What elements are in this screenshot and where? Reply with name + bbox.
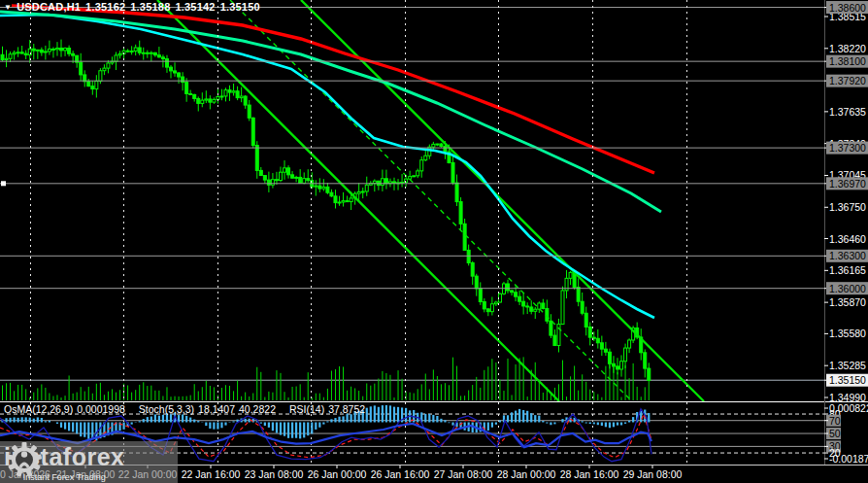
time-tick: 29 Jan 08:00 <box>623 468 683 480</box>
stoch-main-value: 18.1407 <box>198 403 235 415</box>
ohlc-low: 1.35142 <box>175 1 215 13</box>
time-tick: 26 Jan 16:00 <box>371 468 430 480</box>
time-tick: 23 Jan 08:00 <box>245 468 304 480</box>
price-tick-1.35150: 1.35150 <box>829 374 866 386</box>
ohlc-close: 1.35150 <box>220 1 260 13</box>
time-tick: 28 Jan 16:00 <box>560 468 619 480</box>
symbol-period-label: USDCAD,H1 <box>17 1 81 13</box>
price-tick-1.36460: 1.36460 <box>829 233 866 245</box>
time-tick: 26 Jan 00:00 <box>308 468 367 480</box>
time-tick: 22 Jan 16:00 <box>182 468 241 480</box>
price-tick-1.36165: 1.36165 <box>829 264 866 276</box>
ohlc-high: 1.35188 <box>130 1 170 13</box>
price-tick-1.36750: 1.36750 <box>829 201 866 213</box>
rsi-label: RSI(14) <box>289 403 324 415</box>
price-tick-1.38600: 1.38600 <box>829 2 866 14</box>
line-anchor-handle[interactable] <box>1 181 6 186</box>
mt4-chart-window: 1.385151.382201.376351.373401.370451.367… <box>0 0 868 483</box>
price-tick-1.38100: 1.38100 <box>829 55 866 67</box>
chart-title: ▼USDCAD,H11.351621.351881.351421.35150 <box>4 1 265 13</box>
watermark: instaforex Instant Forex Trading <box>0 441 178 483</box>
stoch-signal-value: 40.2822 <box>239 403 276 415</box>
indicator-tick-50: 50 <box>829 428 841 439</box>
ohlc-open: 1.35162 <box>85 1 125 13</box>
time-tick: 27 Jan 08:00 <box>434 468 493 480</box>
price-tick-1.37635: 1.37635 <box>829 106 866 118</box>
price-tick-1.36000: 1.36000 <box>829 283 866 294</box>
price-tick-1.35870: 1.35870 <box>829 296 866 308</box>
indicator-values-header: OsMA(12,26,9)0.0001998Stoch(5,3,3)18.140… <box>4 403 369 415</box>
osma-label: OsMA(12,26,9) <box>4 403 73 415</box>
indicator-tick-70: 70 <box>829 415 841 427</box>
price-tick-1.37920: 1.37920 <box>829 75 866 86</box>
price-tick-1.37300: 1.37300 <box>829 142 866 154</box>
price-tick-1.36970: 1.36970 <box>829 178 866 190</box>
time-tick: 28 Jan 00:00 <box>497 468 556 480</box>
stoch-label: Stoch(5,3,3) <box>139 403 194 415</box>
gear-icon <box>6 441 43 478</box>
price-tick-1.36300: 1.36300 <box>829 250 866 261</box>
price-tick-1.35580: 1.35580 <box>829 328 866 339</box>
price-tick-1.35285: 1.35285 <box>829 360 866 371</box>
rsi-value: 37.8752 <box>328 403 365 415</box>
indicator-tick--0.001872: -0.001872 <box>829 453 868 465</box>
osma-value: 0.0001998 <box>77 403 125 415</box>
symbol-dropdown-icon[interactable]: ▼ <box>4 3 12 12</box>
price-tick-1.38220: 1.38220 <box>829 43 866 54</box>
